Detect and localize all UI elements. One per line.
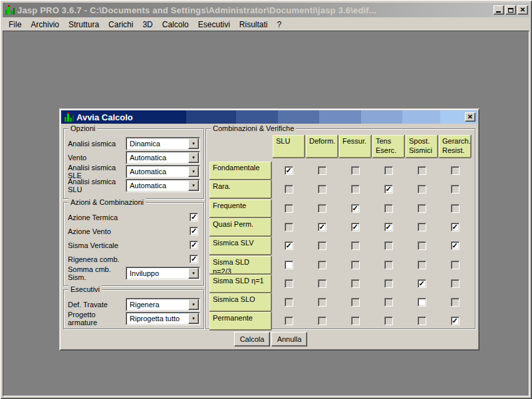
- check-icon: ✓: [285, 242, 291, 249]
- grid-cell-quasi-perm-slu: [273, 223, 305, 231]
- field-row-azione-termica: Azione Termica✓: [68, 210, 200, 224]
- dropdown-somma-cmb-sism-value: Inviluppo: [126, 269, 188, 277]
- field-row-progetto-armature: Progetto armatureRiprogetta tutto▼: [68, 311, 200, 325]
- calcola-button[interactable]: Calcola: [234, 332, 270, 346]
- chevron-down-icon[interactable]: ▼: [188, 299, 199, 310]
- checkbox-fondamentale-deform: [318, 166, 327, 175]
- minimize-icon: [496, 11, 501, 13]
- checkbox-quasi-perm-tens-eserc[interactable]: ✓: [384, 223, 393, 231]
- dropdown-analisi-sismica[interactable]: Dinamica▼: [126, 137, 200, 150]
- minimize-button[interactable]: [493, 5, 504, 15]
- checkbox-frequente-gerarch-resist: [451, 204, 460, 213]
- checkbox-azione-termica[interactable]: ✓: [190, 213, 198, 221]
- menu-item-struttura[interactable]: Struttura: [64, 19, 104, 31]
- check-icon: ✓: [452, 317, 458, 325]
- close-button[interactable]: ✕: [517, 5, 528, 15]
- checkbox-fondamentale-slu[interactable]: ✓: [285, 166, 293, 175]
- checkbox-sismica-slv-gerarch-resist[interactable]: ✓: [451, 241, 460, 250]
- group-esecutivi-label: Esecutivi: [68, 285, 102, 294]
- menu-item-calcolo[interactable]: Calcolo: [158, 19, 194, 31]
- grid-cell-rara-slu: [273, 185, 305, 194]
- group-azioni-label: Azioni & Combinazioni: [68, 198, 146, 207]
- row-label-permanente: Permanente: [209, 312, 271, 330]
- group-combinazioni-label: Combinazioni & Verifiche: [211, 124, 296, 133]
- grid-cell-rara-deform: [306, 185, 338, 194]
- menu-item-file[interactable]: File: [4, 19, 26, 31]
- app-chart-bars-icon: [5, 5, 15, 15]
- dialog-titlebar: Avvia Calcolo ✕: [61, 110, 477, 124]
- annulla-button[interactable]: Annulla: [271, 332, 307, 346]
- checkbox-permanente-fessur: [351, 317, 360, 325]
- checkbox-sisma-verticale[interactable]: ✓: [190, 241, 198, 249]
- chevron-down-icon[interactable]: ▼: [188, 152, 199, 163]
- dropdown-def-travate[interactable]: Rigenera▼: [126, 298, 200, 311]
- grid-cell-sisma-sld-2-3-spost-sismici: [406, 261, 438, 269]
- checkbox-sisma-sld-2-3-deform: [318, 261, 327, 269]
- dropdown-progetto-armature[interactable]: Riprogetta tutto▼: [126, 312, 200, 325]
- checkbox-quasi-perm-gerarch-resist[interactable]: ✓: [451, 223, 460, 231]
- group-opzioni: Opzioni Analisi sismicaDinamica▼VentoAut…: [63, 128, 204, 199]
- group-opzioni-label: Opzioni: [68, 124, 97, 133]
- maximize-button[interactable]: [505, 5, 516, 15]
- checkbox-sismica-slv-slu[interactable]: ✓: [285, 241, 293, 250]
- dialog-close-button[interactable]: ✕: [465, 112, 475, 122]
- chevron-down-icon[interactable]: ▼: [188, 166, 199, 177]
- grid-cell-sisma-sld-1-fessur: [339, 279, 371, 288]
- dropdown-analisi-sismica-sle[interactable]: Automatica▼: [126, 165, 200, 178]
- grid-cell-sisma-sld-2-3-deform: [306, 261, 338, 269]
- menu-item-carichi[interactable]: Carichi: [104, 19, 138, 31]
- checkbox-rigenera-comb[interactable]: ✓: [190, 255, 198, 263]
- chevron-down-icon[interactable]: ▼: [188, 313, 199, 324]
- grid-cell-sisma-sld-1-gerarch-resist: [439, 279, 471, 288]
- field-label-analisi-sismica-slu: Analisi sismica SLU: [68, 178, 126, 194]
- grid-cell-fondamentale-deform: [306, 166, 338, 175]
- field-row-somma-cmb-sism: Somma cmb. Sism.Inviluppo▼: [68, 266, 200, 280]
- checkbox-rara-gerarch-resist: [451, 185, 460, 194]
- checkbox-sisma-sld-1-spost-sismici[interactable]: ✓: [418, 279, 426, 288]
- checkbox-permanente-gerarch-resist[interactable]: ✓: [451, 317, 460, 325]
- menu-item-3d[interactable]: 3D: [138, 19, 157, 31]
- titlebar: Jasp PRO 3.6.7 - C:\Documents and Settin…: [3, 3, 529, 17]
- checkbox-sisma-sld-1-tens-eserc: [384, 279, 393, 288]
- checkbox-frequente-spost-sismici: [418, 204, 426, 213]
- checkbox-sisma-sld-1-fessur: [351, 279, 360, 288]
- grid-cell-sismica-slo-deform: [306, 298, 338, 307]
- checkbox-sisma-sld-2-3-slu[interactable]: [285, 261, 293, 269]
- group-esecutivi: Esecutivi Def. TravateRigenera▼Progetto …: [63, 289, 204, 329]
- column-header-spost-sismici: Spost. Sismici: [406, 135, 438, 158]
- grid-cell-frequente-spost-sismici: [406, 204, 438, 213]
- check-icon: ✓: [385, 186, 391, 193]
- checkbox-permanente-spost-sismici: [418, 317, 426, 325]
- checkbox-quasi-perm-deform[interactable]: ✓: [318, 223, 327, 231]
- row-label-frequente: Frequente: [209, 200, 271, 217]
- grid-cell-sismica-slo-fessur: [339, 298, 371, 307]
- dropdown-somma-cmb-sism[interactable]: Inviluppo▼: [126, 267, 200, 280]
- checkbox-frequente-slu: [285, 204, 293, 213]
- menu-item-risultati[interactable]: Risultati: [235, 19, 273, 31]
- checkbox-azione-vento[interactable]: ✓: [190, 227, 198, 235]
- chevron-down-icon[interactable]: ▼: [188, 138, 199, 149]
- menu-item-[interactable]: ?: [273, 19, 287, 31]
- menu-item-esecutivi[interactable]: Esecutivi: [194, 19, 235, 31]
- chevron-down-icon[interactable]: ▼: [188, 268, 199, 279]
- row-label-fondamentale: Fondamentale: [209, 162, 271, 180]
- menu-item-archivio[interactable]: Archivio: [26, 19, 64, 31]
- row-label-sisma-sld-1: Sisma SLD η=1: [209, 275, 271, 293]
- row-label-sisma-sld-2-3: Sisma SLD η=2/3: [209, 256, 271, 274]
- field-label-def-travate: Def. Travate: [68, 301, 126, 309]
- checkbox-quasi-perm-fessur[interactable]: ✓: [351, 223, 360, 231]
- dropdown-vento[interactable]: Automatica▼: [126, 151, 200, 164]
- grid-cell-rara-spost-sismici: [406, 185, 438, 194]
- grid-cell-rara-gerarch-resist: [439, 185, 471, 194]
- grid-cell-rara-tens-eserc: ✓: [372, 185, 404, 194]
- grid-cell-quasi-perm-deform: ✓: [306, 223, 338, 231]
- chevron-down-icon[interactable]: ▼: [188, 180, 199, 191]
- grid-cell-sisma-sld-1-spost-sismici: ✓: [406, 279, 438, 288]
- checkbox-rara-tens-eserc[interactable]: ✓: [384, 185, 393, 194]
- checkbox-sismica-slo-spost-sismici[interactable]: [418, 298, 426, 307]
- dropdown-analisi-sismica-slu[interactable]: Automatica▼: [126, 179, 200, 192]
- check-icon: ✓: [452, 223, 458, 231]
- checkbox-frequente-fessur[interactable]: ✓: [351, 204, 360, 213]
- grid-cell-fondamentale-tens-eserc: [372, 166, 404, 175]
- field-row-def-travate: Def. TravateRigenera▼: [68, 297, 200, 311]
